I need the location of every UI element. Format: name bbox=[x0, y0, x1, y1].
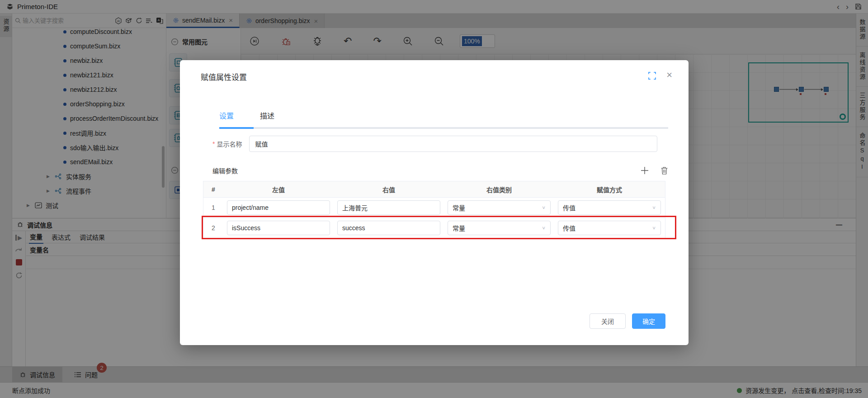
right-value-input[interactable] bbox=[337, 200, 440, 215]
display-name-label: 显示名称 bbox=[217, 139, 242, 148]
edit-params-row: 编辑参数 bbox=[212, 166, 668, 175]
tab-settings[interactable]: 设置 bbox=[219, 110, 234, 125]
fullscreen-icon[interactable] bbox=[648, 72, 656, 80]
assignment-properties-dialog: 赋值属性设置 × 设置 描述 * 显示名称 编辑参数 # 左值 右值 右值类别 … bbox=[180, 60, 689, 345]
right-value-input[interactable] bbox=[337, 221, 440, 235]
dialog-footer: 关闭 确定 bbox=[180, 313, 689, 329]
params-table-row: 1 常量∨ 传值∨ bbox=[203, 198, 665, 218]
assign-mode-select[interactable]: 传值∨ bbox=[558, 200, 661, 215]
required-asterisk: * bbox=[212, 140, 215, 147]
left-value-input[interactable] bbox=[227, 221, 330, 235]
edit-params-label: 编辑参数 bbox=[212, 166, 238, 175]
right-type-select[interactable]: 常量∨ bbox=[448, 200, 551, 215]
params-table: # 左值 右值 右值类别 赋值方式 1 常量∨ 传值∨ 2 常量∨ 传值∨ bbox=[203, 181, 665, 239]
chevron-down-icon: ∨ bbox=[542, 205, 546, 210]
left-value-input[interactable] bbox=[227, 200, 330, 215]
delete-row-icon[interactable] bbox=[660, 166, 668, 175]
confirm-button[interactable]: 确定 bbox=[632, 313, 665, 329]
tab-underline-track bbox=[219, 127, 668, 129]
tab-description[interactable]: 描述 bbox=[260, 110, 274, 125]
params-table-row-highlighted: 2 常量∨ 传值∨ bbox=[203, 218, 665, 238]
active-tab-underline bbox=[219, 127, 254, 129]
chevron-down-icon: ∨ bbox=[542, 225, 546, 230]
dialog-title: 赋值属性设置 bbox=[201, 71, 247, 82]
params-table-header: # 左值 右值 右值类别 赋值方式 bbox=[203, 181, 665, 198]
add-row-icon[interactable] bbox=[641, 166, 649, 175]
close-button[interactable]: 关闭 bbox=[590, 313, 626, 329]
chevron-down-icon: ∨ bbox=[652, 225, 656, 230]
chevron-down-icon: ∨ bbox=[652, 205, 656, 210]
display-name-row: * 显示名称 bbox=[212, 136, 657, 152]
display-name-input[interactable] bbox=[249, 136, 657, 152]
dialog-tabs: 设置 描述 bbox=[219, 110, 274, 125]
right-type-select[interactable]: 常量∨ bbox=[448, 221, 551, 235]
assign-mode-select[interactable]: 传值∨ bbox=[558, 221, 661, 235]
close-icon[interactable]: × bbox=[666, 69, 672, 81]
